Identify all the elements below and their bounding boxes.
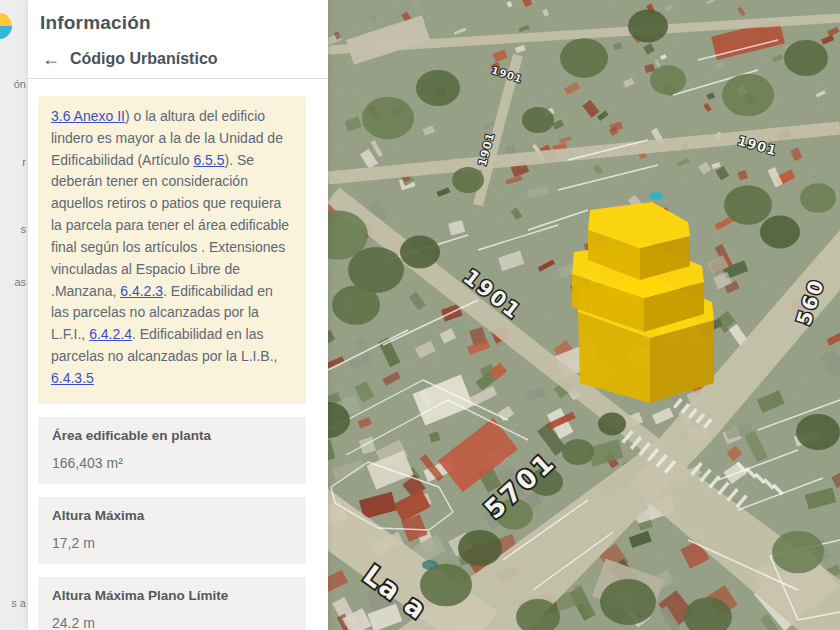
aerial-map-canvas[interactable]: 19011901190119015701560La a	[328, 0, 840, 630]
back-navigation[interactable]: ← Código Urbanístico	[42, 50, 308, 68]
regulation-text: ). Se deberán tener en consideración aqu…	[51, 152, 289, 299]
card-altura-maxima: Altura Máxima 17,2 m	[38, 497, 306, 564]
information-panel: Información ← Código Urbanístico 3.6 Ane…	[28, 0, 328, 630]
card-label: Altura Máxima	[52, 508, 292, 523]
regulation-link[interactable]: 6.4.3.5	[51, 370, 94, 386]
map-3d-view[interactable]: 19011901190119015701560La a	[328, 0, 840, 630]
card-value: 24.2 m	[52, 615, 292, 630]
city-logo-icon	[0, 13, 12, 39]
card-label: Altura Máxima Plano Límite	[52, 588, 292, 603]
regulation-link[interactable]: 6.4.2.4	[89, 326, 132, 342]
rail-menu-label-fragment: ón	[14, 78, 26, 90]
regulation-link[interactable]: 6.5.5	[193, 152, 224, 168]
regulation-link[interactable]: 3.6 Anexo II	[51, 108, 125, 124]
card-value: 166,403 m²	[52, 455, 292, 471]
back-label: Código Urbanístico	[70, 50, 218, 68]
card-altura-plano-limite: Altura Máxima Plano Límite 24.2 m	[38, 577, 306, 630]
app-window: ónrsass a Información ← Código Urbanísti…	[0, 0, 840, 630]
regulation-note: 3.6 Anexo II) o la altura del edificio l…	[38, 96, 306, 404]
panel-header: Información ← Código Urbanístico	[28, 0, 328, 68]
back-arrow-icon[interactable]: ←	[42, 50, 60, 68]
card-area-edificable: Área edificable en planta 166,403 m²	[38, 417, 306, 484]
panel-body: 3.6 Anexo II) o la altura del edificio l…	[28, 79, 328, 630]
rail-menu-label-fragment: s	[21, 223, 27, 235]
card-label: Área edificable en planta	[52, 428, 292, 443]
rail-menu-label-fragment: as	[14, 276, 26, 288]
rail-menu-label-fragment: r	[22, 156, 26, 168]
panel-title: Información	[40, 12, 308, 34]
left-rail: ónrsass a	[0, 0, 28, 630]
card-value: 17,2 m	[52, 535, 292, 551]
regulation-link[interactable]: 6.4.2.3	[120, 283, 163, 299]
rail-menu-label-fragment: s a	[11, 597, 26, 609]
